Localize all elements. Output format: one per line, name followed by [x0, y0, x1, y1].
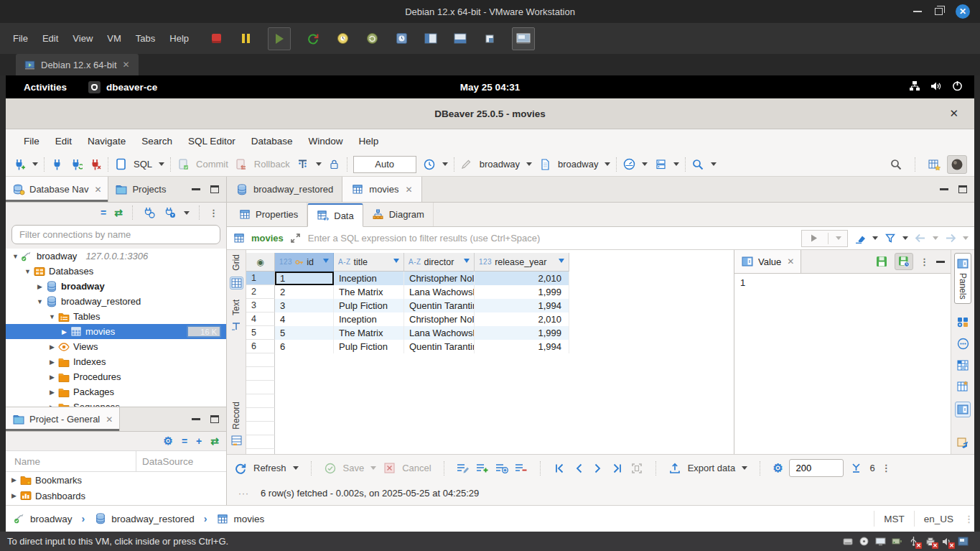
row-number[interactable]: 5	[246, 326, 275, 340]
custom-filter-dropdown-icon[interactable]	[902, 236, 908, 243]
vm-play-icon[interactable]	[268, 27, 291, 50]
connection-dropdown-icon[interactable]	[526, 162, 532, 169]
minimize-project-panel-icon[interactable]	[192, 418, 200, 420]
close-movies-tab-icon[interactable]: ✕	[405, 185, 412, 195]
row-number[interactable]: 6	[246, 340, 275, 353]
menu-edit[interactable]: Edit	[47, 129, 80, 152]
vm-pause-icon[interactable]	[238, 32, 253, 46]
row-number[interactable]: 1	[246, 272, 275, 285]
metadata-panel-icon[interactable]	[957, 381, 969, 394]
vm-menu-view[interactable]: View	[65, 23, 100, 54]
column-header-release_year[interactable]: 123release_year	[475, 253, 569, 272]
sort-dropdown-icon[interactable]	[559, 259, 564, 266]
cell-title[interactable]: The Matrix	[334, 285, 404, 299]
connection-filter[interactable]	[11, 225, 220, 244]
vm-tab-close-icon[interactable]: ✕	[123, 60, 130, 70]
maximize-editor-icon[interactable]	[958, 185, 967, 193]
text-tab-label[interactable]: Text	[231, 300, 241, 315]
tree-item-procedures[interactable]: ▶Procedures	[6, 369, 226, 384]
tree-item-views[interactable]: ▶Views	[6, 339, 226, 354]
sort-dropdown-icon[interactable]	[323, 259, 329, 266]
cell-director[interactable]: Quentin Tarantino	[404, 299, 475, 312]
cell-title[interactable]: Pulp Fiction	[334, 340, 404, 353]
subtab-properties[interactable]: Properties	[230, 203, 307, 226]
transaction-log-dropdown-icon[interactable]	[442, 162, 448, 169]
cell-director[interactable]: Lana Wachowski	[404, 326, 475, 340]
reconnect-icon[interactable]	[70, 158, 83, 171]
tab-projects[interactable]: Projects	[108, 177, 172, 202]
active-connection-label[interactable]: broadway	[480, 159, 520, 170]
vm-menu-tabs[interactable]: Tabs	[129, 23, 162, 54]
delete-row-icon[interactable]	[515, 462, 528, 475]
breadcrumb-item-movies[interactable]: movies	[216, 512, 264, 525]
disconnect-icon[interactable]	[89, 158, 102, 171]
quick-search-icon[interactable]	[890, 158, 902, 171]
tree-item-databases[interactable]: ▼Databases	[6, 264, 226, 279]
tree-item-broadway[interactable]: ▼broadway127.0.0.1:3306	[6, 249, 226, 264]
column-header-title[interactable]: A-Ztitle	[334, 253, 404, 272]
usb-device-icon[interactable]: ✕	[908, 537, 919, 546]
server-dropdown-icon[interactable]	[673, 162, 679, 169]
refresh-icon[interactable]	[234, 462, 247, 475]
export-dropdown-icon[interactable]	[742, 466, 747, 473]
navigator-dropdown-icon[interactable]	[184, 211, 190, 218]
open-in-editor-icon[interactable]	[957, 437, 969, 451]
filter-history-dropdown-icon[interactable]	[836, 236, 841, 243]
sql-editor-icon[interactable]	[114, 158, 127, 171]
cell-title[interactable]: Pulp Fiction	[334, 299, 404, 312]
search-db-icon[interactable]	[691, 158, 704, 171]
auto-save-value-icon[interactable]	[895, 253, 913, 270]
project-expand-all-icon[interactable]: +	[196, 435, 202, 447]
sql-editor-dropdown-icon[interactable]	[159, 162, 164, 169]
project-item-dashboards[interactable]: ▶Dashboards	[6, 488, 226, 504]
vm-menu-help[interactable]: Help	[162, 23, 196, 54]
cell-release_year[interactable]: 1,999	[475, 326, 569, 340]
search-dropdown-icon[interactable]	[711, 162, 717, 169]
grid-corner-cell[interactable]: ◉	[246, 253, 275, 272]
cell-title[interactable]: The Matrix	[334, 326, 404, 340]
vm-restore-icon[interactable]	[935, 8, 943, 15]
grouping-panel-icon[interactable]	[957, 360, 969, 374]
cell-release_year[interactable]: 1,994	[475, 340, 569, 353]
dbeaver-close-icon[interactable]: ✕	[949, 107, 974, 120]
close-project-panel-icon[interactable]: ✕	[106, 415, 113, 425]
menu-sql-editor[interactable]: SQL Editor	[180, 129, 243, 152]
clock[interactable]: May 25 04:31	[6, 82, 974, 93]
menu-window[interactable]: Window	[300, 129, 350, 152]
minimize-editor-icon[interactable]	[940, 188, 948, 190]
vm-snapshot-revert-icon[interactable]	[365, 32, 379, 46]
tree-item-broadway_restored[interactable]: ▼broadway_restored	[6, 294, 226, 309]
project-collapse-all-icon[interactable]: =	[182, 435, 187, 447]
chevron-right-icon[interactable]: ▶	[9, 476, 19, 483]
value-content[interactable]: 1	[734, 274, 951, 454]
transaction-log-icon[interactable]	[423, 158, 436, 171]
project-link-icon[interactable]: ⇄	[210, 435, 219, 447]
chevron-right-icon[interactable]: ▶	[47, 374, 57, 381]
sort-dropdown-icon[interactable]	[464, 259, 470, 266]
dashboard-icon[interactable]	[622, 158, 635, 171]
record-mode-icon[interactable]	[231, 435, 242, 448]
vm-close-icon[interactable]: ✕	[956, 4, 970, 19]
filter-table-name[interactable]: movies	[251, 233, 284, 244]
chevron-right-icon[interactable]: ▶	[47, 358, 57, 366]
vm-show-library-icon[interactable]	[424, 32, 438, 46]
vm-menu-file[interactable]: File	[6, 23, 35, 54]
apply-filter-icon[interactable]	[808, 232, 821, 245]
cell-director[interactable]: Christopher Nolan	[404, 312, 475, 326]
clear-filter-icon[interactable]	[854, 232, 867, 245]
export-icon[interactable]	[668, 462, 681, 475]
chevron-down-icon[interactable]: ▼	[10, 253, 21, 260]
first-row-icon[interactable]	[553, 462, 566, 475]
network-icon[interactable]	[909, 80, 920, 93]
connect-icon[interactable]	[50, 158, 63, 171]
references-panel-icon[interactable]	[955, 402, 971, 417]
fetch-size-icon[interactable]	[850, 462, 863, 475]
commit-mode-combo[interactable]: Auto	[353, 156, 416, 173]
next-row-icon[interactable]	[592, 462, 605, 475]
cell-director[interactable]: Christopher Nolan	[404, 272, 475, 285]
sort-dropdown-icon[interactable]	[393, 259, 399, 266]
tree-item-broadway[interactable]: ▶broadway	[6, 279, 226, 294]
tab-database-navigator[interactable]: Database Nav ✕	[6, 177, 108, 202]
value-panel-menu-icon[interactable]: ⋮	[920, 256, 930, 267]
tree-item-indexes[interactable]: ▶Indexes	[6, 354, 226, 369]
